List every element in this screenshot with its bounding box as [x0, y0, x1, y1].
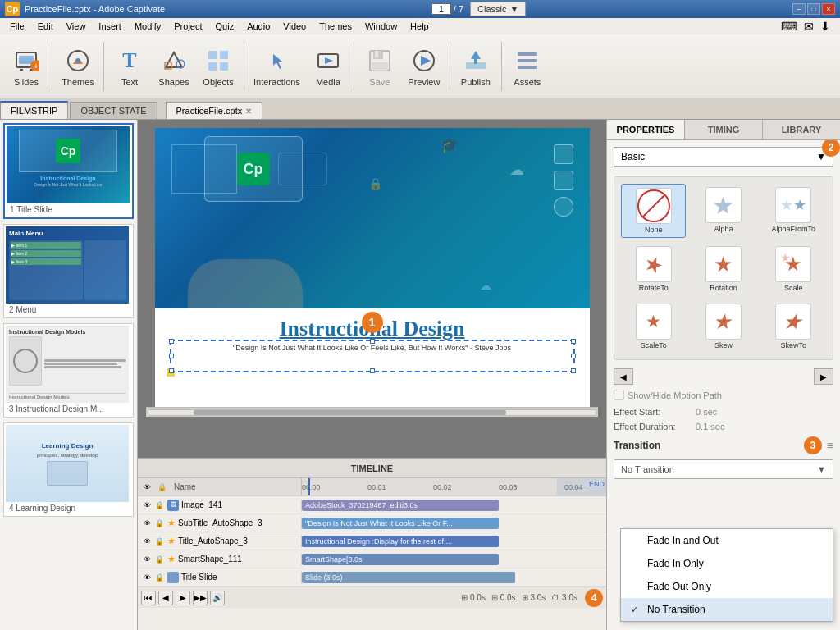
- trans-option-notransition[interactable]: ✓ No Transition: [621, 598, 833, 621]
- lock-icon-row3[interactable]: 🔒: [153, 536, 165, 547]
- props-tab-properties[interactable]: PROPERTIES: [607, 120, 685, 139]
- menu-help[interactable]: Help: [404, 20, 436, 33]
- play-btn[interactable]: ▶: [176, 591, 190, 605]
- tab-filmstrip[interactable]: FILMSTRIP: [0, 101, 68, 119]
- menu-quiz[interactable]: Quiz: [209, 20, 241, 33]
- prev-btn[interactable]: ◀: [158, 591, 173, 605]
- header-icon-3[interactable]: ⬇: [820, 20, 830, 33]
- slide-thumb-3[interactable]: Instructional Design Models Instructiona…: [3, 323, 134, 418]
- bar-title[interactable]: Instructional Design :Display for the re…: [302, 536, 499, 547]
- anim-item-scale[interactable]: ★ ★ Scale: [761, 243, 826, 295]
- close-btn[interactable]: ×: [822, 3, 835, 15]
- menu-insert[interactable]: Insert: [92, 20, 128, 33]
- menu-edit[interactable]: Edit: [31, 20, 60, 33]
- anim-item-scaleto[interactable]: ★ ScaleTo: [621, 300, 686, 353]
- handle-bl[interactable]: [169, 368, 174, 373]
- tab-object-state[interactable]: OBJECT STATE: [70, 102, 157, 119]
- menu-themes[interactable]: Themes: [313, 20, 358, 33]
- page-input[interactable]: [431, 3, 451, 15]
- themes-icon: [63, 46, 93, 75]
- canvas-scroll[interactable]: Cp ☁ ☁: [138, 120, 606, 458]
- menu-video[interactable]: Video: [276, 20, 313, 33]
- eye-icon[interactable]: 👁: [141, 482, 153, 493]
- eye-icon-row3[interactable]: 👁: [141, 536, 153, 547]
- maximize-btn[interactable]: □: [807, 3, 820, 15]
- lock-icon-row4[interactable]: 🔒: [153, 554, 165, 565]
- timeline-row-smartshape[interactable]: 👁 🔒 ★ SmartShape_111 SmartShape[3.0s: [138, 550, 606, 568]
- eye-icon-row1[interactable]: 👁: [141, 500, 153, 511]
- bar-subtitle[interactable]: "Design Is Not Just What It Looks Like O…: [302, 518, 499, 529]
- header-icon-2[interactable]: ✉: [804, 20, 814, 33]
- next-btn[interactable]: ▶▶: [193, 591, 208, 605]
- toolbar-assets[interactable]: Assets: [506, 43, 549, 90]
- menu-view[interactable]: View: [60, 20, 93, 33]
- lock-icon-row2[interactable]: 🔒: [153, 518, 165, 529]
- anim-next-btn[interactable]: ▶: [814, 368, 833, 385]
- toolbar-publish[interactable]: Publish: [454, 43, 497, 90]
- toolbar-interactions[interactable]: Interactions: [249, 43, 305, 90]
- anim-prev-btn[interactable]: ◀: [614, 368, 633, 385]
- anim-item-none[interactable]: None: [621, 184, 686, 238]
- handle-tr[interactable]: [571, 339, 576, 344]
- lock-icon[interactable]: 🔒: [156, 482, 167, 493]
- props-tab-library[interactable]: LIBRARY: [763, 120, 840, 139]
- trans-option-fadeinonly[interactable]: Fade In Only: [621, 552, 833, 575]
- timeline-row-subtitle[interactable]: 👁 🔒 ★ SubTitle_AutoShape_3 "Design Is No…: [138, 514, 606, 532]
- mode-selector[interactable]: Classic ▼: [470, 2, 526, 16]
- transition-dropdown[interactable]: No Transition ▼: [614, 459, 833, 479]
- handle-tm[interactable]: [370, 339, 375, 344]
- slide-thumb-4[interactable]: Learning Design principles, strategy, de…: [3, 422, 134, 517]
- eye-icon-row4[interactable]: 👁: [141, 554, 153, 565]
- toolbar-text[interactable]: T Text: [108, 43, 151, 90]
- anim-item-rotateto[interactable]: ★ RotateTo: [621, 243, 686, 295]
- anim-item-skewto[interactable]: ★ SkewTo: [761, 300, 826, 353]
- rotateto-icon: ★: [641, 249, 667, 280]
- anim-item-rotation[interactable]: ★ Rotation: [691, 243, 756, 295]
- toolbar-media[interactable]: Media: [307, 43, 349, 90]
- trans-option-fadeinout[interactable]: Fade In and Out: [621, 529, 833, 552]
- audio-btn[interactable]: 🔊: [210, 591, 225, 605]
- toolbar-save[interactable]: Save: [358, 43, 401, 90]
- handle-ml[interactable]: [169, 354, 174, 358]
- header-icon-1[interactable]: ⌨: [781, 20, 797, 33]
- motion-path-checkbox[interactable]: [614, 390, 624, 400]
- close-tab-icon[interactable]: ✕: [245, 107, 252, 116]
- menu-project[interactable]: Project: [167, 20, 208, 33]
- anim-item-alphafromto[interactable]: ★ ★ AlphaFromTo: [761, 184, 826, 238]
- bar-image[interactable]: AdobeStock_370219467_editi3.0s: [302, 500, 499, 511]
- canvas-scrollbar-h[interactable]: [146, 407, 598, 417]
- handle-mr[interactable]: [571, 354, 576, 358]
- toolbar-themes[interactable]: Themes: [57, 43, 99, 90]
- props-tab-timing[interactable]: TIMING: [685, 120, 763, 139]
- lock-icon-row5[interactable]: 🔒: [153, 572, 165, 583]
- tab-file[interactable]: PracticeFile.cptx ✕: [166, 102, 263, 119]
- eye-icon-row5[interactable]: 👁: [141, 572, 153, 583]
- trans-option-fadeoutonly[interactable]: Fade Out Only: [621, 575, 833, 598]
- minimize-btn[interactable]: –: [792, 3, 806, 15]
- timeline-row-image[interactable]: 👁 🔒 🖼 Image_141 AdobeStock_370219467_edi…: [138, 496, 606, 514]
- bar-smartshape[interactable]: SmartShape[3.0s: [302, 554, 499, 565]
- toolbar-shapes[interactable]: Shapes: [153, 43, 195, 90]
- menu-modify[interactable]: Modify: [128, 20, 167, 33]
- timeline-row-slide[interactable]: 👁 🔒 Title Slide Slide (3.0s): [138, 568, 606, 587]
- transition-menu-icon[interactable]: ≡: [827, 439, 833, 452]
- menu-file[interactable]: File: [3, 20, 31, 33]
- skip-start-btn[interactable]: ⏮: [141, 591, 156, 605]
- toolbar-preview[interactable]: Preview: [403, 43, 445, 90]
- eye-icon-row2[interactable]: 👁: [141, 518, 153, 529]
- anim-item-skew[interactable]: ★ Skew: [691, 300, 756, 353]
- anim-item-alpha[interactable]: ★ Alpha: [691, 184, 756, 238]
- effect-category-dropdown[interactable]: Basic ▼: [614, 147, 833, 167]
- timeline-row-title[interactable]: 👁 🔒 ★ Title_AutoShape_3 Instructional De…: [138, 532, 606, 550]
- lock-icon-row1[interactable]: 🔒: [153, 500, 165, 511]
- slide-thumb-2[interactable]: Main Menu ▶ Item 1 ▶ Item 2 ▶ Item 3 2 M…: [3, 224, 134, 318]
- menu-audio[interactable]: Audio: [240, 20, 276, 33]
- toolbar-slides[interactable]: + Slides: [5, 43, 48, 90]
- bar-slide[interactable]: Slide (3.0s): [302, 572, 515, 583]
- handle-br[interactable]: [571, 368, 576, 373]
- handle-tl[interactable]: [169, 339, 174, 344]
- toolbar-objects[interactable]: Objects: [197, 43, 240, 90]
- menu-window[interactable]: Window: [358, 20, 404, 33]
- handle-bm[interactable]: [370, 368, 375, 373]
- slide-thumb-1[interactable]: Cp Instructional Design Design Is Not Ju…: [3, 123, 134, 219]
